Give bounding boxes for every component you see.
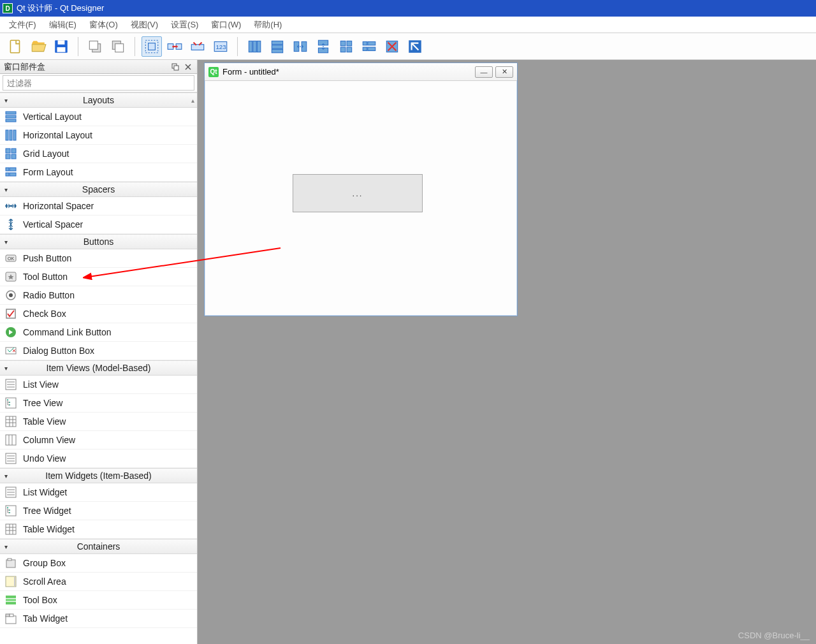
category-header[interactable]: ▾Buttons	[0, 234, 197, 249]
widget-item[interactable]: Tab Widget	[0, 610, 197, 628]
widget-item[interactable]: Command Link Button	[0, 323, 197, 342]
widget-item-label: Undo View	[23, 453, 66, 464]
titlebar: D Qt 设计师 - Qt Designer	[0, 0, 816, 17]
svg-rect-100	[6, 616, 16, 624]
edit-buddies-button[interactable]	[187, 36, 208, 57]
form-titlebar[interactable]: Qt Form - untitled* — ✕	[205, 63, 517, 81]
svg-rect-24	[318, 40, 328, 45]
svg-rect-29	[347, 47, 352, 52]
svg-rect-44	[6, 149, 10, 153]
form-window[interactable]: Qt Form - untitled* — ✕ ...	[204, 62, 518, 316]
svg-rect-97	[6, 596, 16, 598]
category-header[interactable]: ▾Layouts▴	[0, 92, 197, 108]
open-file-button[interactable]	[28, 36, 48, 57]
svg-rect-45	[11, 149, 16, 153]
layout-hsplit-button[interactable]	[290, 36, 310, 57]
widget-item[interactable]: Tree View	[0, 394, 197, 413]
form-body[interactable]: ...	[205, 81, 517, 316]
dock-float-icon[interactable]	[170, 62, 180, 72]
svg-rect-102	[10, 614, 13, 617]
send-back-button[interactable]	[85, 36, 105, 57]
placed-tool-button[interactable]: ...	[293, 174, 423, 212]
widget-item[interactable]: Scroll Area	[0, 573, 197, 591]
menu-file[interactable]: 文件(F)	[3, 17, 43, 33]
widget-item-label: Tool Box	[23, 595, 57, 605]
category-header[interactable]: ▾Item Widgets (Item-Based)	[0, 468, 197, 483]
category-label: Item Widgets (Item-Based)	[11, 471, 197, 481]
svg-point-56	[9, 293, 13, 297]
tabwidget-icon	[4, 611, 18, 626]
svg-rect-9	[149, 43, 156, 50]
pushbtn-icon: OK	[4, 251, 18, 265]
widget-item[interactable]: Form Layout	[0, 163, 197, 182]
minimize-icon[interactable]: —	[475, 66, 493, 78]
grid-icon	[4, 147, 18, 161]
listview-icon	[4, 451, 18, 465]
category-header[interactable]: ▾Containers	[0, 539, 197, 554]
menu-settings[interactable]: 设置(S)	[164, 17, 205, 33]
svg-rect-0	[10, 40, 19, 53]
widget-item[interactable]: Vertical Spacer	[0, 216, 197, 234]
toolbox-icon	[4, 593, 18, 607]
widget-item-label: Vertical Layout	[23, 112, 82, 122]
close-panel-icon[interactable]	[183, 62, 193, 72]
menu-view[interactable]: 视图(V)	[124, 17, 164, 33]
bring-front-button[interactable]	[108, 36, 128, 57]
svg-rect-3	[57, 47, 66, 52]
widget-item-label: Tree Widget	[23, 506, 71, 516]
layout-form-button[interactable]	[359, 36, 379, 57]
widget-item[interactable]: List Widget	[0, 483, 197, 502]
svg-rect-88	[6, 524, 16, 534]
break-layout-button[interactable]	[382, 36, 402, 57]
widget-item[interactable]: Group Box	[0, 554, 197, 573]
svg-rect-7	[115, 43, 124, 52]
design-canvas[interactable]: Qt Form - untitled* — ✕ ...	[198, 60, 816, 644]
category-header[interactable]: ▾Item Views (Model-Based)	[0, 360, 197, 376]
widget-list[interactable]: ▾Layouts▴Vertical LayoutHorizontal Layou…	[0, 92, 197, 644]
svg-rect-41	[6, 130, 8, 140]
edit-taborder-button[interactable]: 123	[210, 36, 231, 57]
chevron-down-icon: ▾	[0, 365, 11, 372]
category-header[interactable]: ▾Spacers	[0, 182, 197, 197]
widget-item[interactable]: Tool Box	[0, 591, 197, 610]
widget-item[interactable]: Radio Button	[0, 286, 197, 305]
layout-grid-button[interactable]	[336, 36, 356, 57]
edit-widgets-button[interactable]	[142, 36, 162, 57]
widget-item[interactable]: Check Box	[0, 305, 197, 323]
radio-icon	[4, 288, 18, 302]
widget-item[interactable]: Table Widget	[0, 520, 197, 539]
widget-item[interactable]: Tree Widget	[0, 502, 197, 520]
widget-item[interactable]: Horizontal Spacer	[0, 197, 197, 216]
svg-rect-51	[10, 173, 16, 176]
svg-rect-93	[6, 560, 15, 567]
edit-signals-button[interactable]	[164, 36, 185, 57]
widget-item[interactable]: Tool Button	[0, 268, 197, 286]
menu-form[interactable]: 窗体(O)	[83, 17, 124, 33]
svg-rect-25	[318, 48, 328, 53]
widget-item[interactable]: OKPush Button	[0, 249, 197, 268]
widget-box-title: 窗口部件盒	[4, 61, 45, 73]
widget-item[interactable]: Vertical Layout	[0, 108, 197, 126]
widget-item[interactable]: Table View	[0, 413, 197, 431]
widget-item[interactable]: List View	[0, 376, 197, 394]
layout-vsplit-button[interactable]	[313, 36, 333, 57]
svg-rect-42	[10, 130, 12, 140]
widget-filter-input[interactable]	[3, 75, 194, 91]
menu-edit[interactable]: 编辑(E)	[43, 17, 83, 33]
widget-item[interactable]: Horizontal Layout	[0, 126, 197, 145]
close-icon[interactable]: ✕	[495, 66, 513, 78]
widget-item[interactable]: Dialog Button Box	[0, 342, 197, 360]
menu-help[interactable]: 帮助(H)	[247, 17, 288, 33]
adjust-size-button[interactable]	[405, 36, 425, 57]
layout-vert-button[interactable]	[267, 36, 288, 57]
category-label: Buttons	[11, 237, 197, 247]
widget-item[interactable]: Undo View	[0, 450, 197, 468]
widget-item[interactable]: Grid Layout	[0, 145, 197, 163]
tableview-icon	[4, 414, 18, 428]
widget-item[interactable]: Column View	[0, 431, 197, 450]
layout-horiz-button[interactable]	[244, 36, 265, 57]
save-file-button[interactable]	[51, 36, 71, 57]
svg-rect-47	[11, 154, 16, 159]
new-file-button[interactable]	[5, 36, 26, 57]
menu-window[interactable]: 窗口(W)	[205, 17, 247, 33]
